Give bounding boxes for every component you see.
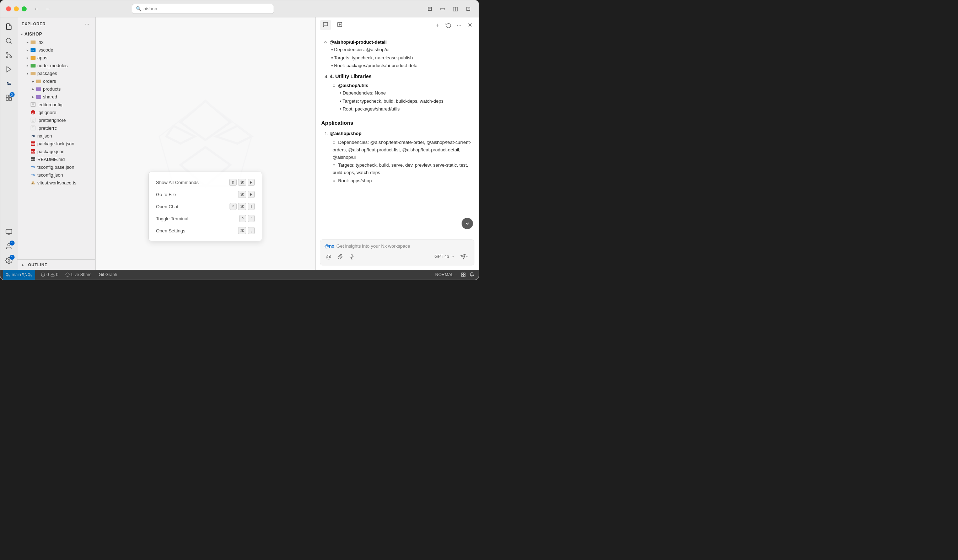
layout-button[interactable]: ⊞ — [425, 4, 435, 14]
activity-item-source-control[interactable] — [3, 49, 15, 62]
status-extensions-icon[interactable] — [460, 272, 467, 277]
status-git-graph[interactable]: Git Graph — [97, 270, 119, 280]
fullscreen-button[interactable]: ⊡ — [463, 4, 473, 14]
shop-targets: Targets: typecheck, build, serve, dev, p… — [333, 162, 468, 175]
status-branch[interactable]: main — [3, 270, 35, 280]
activity-item-account[interactable]: 1 — [3, 240, 15, 253]
chat-close-button[interactable]: ✕ — [465, 21, 474, 30]
chat-tab-chat[interactable] — [320, 20, 331, 30]
search-icon: 🔍 — [136, 6, 141, 11]
sidebar-more-button[interactable]: ··· — [83, 20, 91, 28]
tree-root[interactable]: AISHOP — [17, 30, 95, 38]
command-show-all-label: Show All Commands — [156, 180, 199, 185]
back-button[interactable]: ← — [32, 5, 41, 13]
activity-item-settings[interactable]: 1 — [3, 254, 15, 267]
sidebar-item-vitest[interactable]: V vitest.workspace.ts — [17, 179, 95, 187]
prettierignore-icon — [30, 117, 36, 123]
sidebar-item-package-lock[interactable]: npm package-lock.json — [17, 140, 95, 148]
sidebar-item-package-json[interactable]: npm package.json — [17, 148, 95, 155]
chat-more-button[interactable]: ··· — [455, 21, 464, 30]
command-open-chat[interactable]: Open Chat ^ ⌘ I — [149, 200, 262, 213]
outline-header[interactable]: OUTLINE — [17, 260, 95, 270]
microphone-button[interactable] — [347, 252, 356, 261]
package-lock-icon: npm — [30, 141, 36, 146]
sidebar-item-orders[interactable]: orders — [17, 77, 95, 85]
chat-input-box[interactable]: @nx Get insights into your Nx workspace … — [320, 240, 474, 265]
sidebar-item-packages[interactable]: packages — [17, 69, 95, 77]
nx-label: .nx — [37, 40, 92, 45]
sidebar-item-node-modules[interactable]: node_modules — [17, 62, 95, 69]
attach-button[interactable] — [336, 252, 344, 261]
sidebar-item-vscode[interactable]: VS .vscode — [17, 46, 95, 54]
status-notification[interactable] — [468, 272, 476, 277]
package-lock-label: package-lock.json — [37, 141, 92, 146]
command-open-settings[interactable]: Open Settings ⌘ , — [149, 225, 262, 236]
command-go-to-file[interactable]: Go to File ⌘ P — [149, 188, 262, 200]
command-show-all[interactable]: Show All Commands ⇧ ⌘ P — [149, 176, 262, 188]
minimize-button[interactable] — [14, 6, 19, 11]
status-errors[interactable]: 0 0 — [40, 270, 60, 280]
sidebar-item-tsconfig-base[interactable]: TS tsconfig.base.json — [17, 163, 95, 171]
activity-item-remote[interactable] — [3, 225, 15, 238]
svg-point-3 — [6, 52, 8, 54]
scroll-to-bottom-button[interactable] — [462, 218, 473, 229]
apps-arrow — [24, 55, 30, 60]
vitest-icon: V — [30, 180, 36, 186]
sidebar-item-readme[interactable]: MD README.md — [17, 155, 95, 163]
sidebar-item-nx-json[interactable]: Nx nx.json — [17, 132, 95, 140]
sidebar-item-editorconfig[interactable]: .editorconfig — [17, 101, 95, 108]
live-share-icon — [65, 273, 70, 277]
activity-item-extensions[interactable]: 3 — [3, 91, 15, 104]
sidebar-item-gitignore[interactable]: G .gitignore — [17, 108, 95, 116]
utils-deps: Dependencies: None — [340, 90, 473, 97]
chat-panel: + ··· ✕ ○ @aishop/ui-product-det — [315, 17, 479, 270]
sidebar-item-prettierignore[interactable]: .prettierignore — [17, 116, 95, 124]
sidebar-item-products[interactable]: products — [17, 85, 95, 93]
sidebar-item-tsconfig[interactable]: TS tsconfig.json — [17, 171, 95, 179]
chat-tab-new[interactable] — [334, 20, 346, 30]
sidebar-item-apps[interactable]: apps — [17, 54, 95, 62]
status-live-share[interactable]: Live Share — [64, 270, 93, 280]
activity-item-run[interactable] — [3, 63, 15, 76]
apps-folder-icon — [30, 55, 36, 60]
chat-add-button[interactable]: + — [433, 21, 443, 30]
chat-history-button[interactable] — [444, 21, 453, 30]
panel-button[interactable]: ▭ — [438, 4, 447, 14]
gitignore-icon: G — [30, 109, 36, 115]
tsconfig-label: tsconfig.json — [37, 172, 92, 178]
outline-arrow — [20, 262, 26, 268]
activity-item-explorer[interactable] — [3, 20, 15, 33]
activity-item-search[interactable] — [3, 35, 15, 47]
command-open-settings-shortcut: ⌘ , — [238, 227, 255, 234]
at-button[interactable]: @ — [324, 252, 333, 261]
shared-folder-icon — [36, 94, 41, 100]
chat-input-area: @nx Get insights into your Nx workspace … — [316, 235, 479, 270]
command-toggle-terminal[interactable]: Toggle Terminal ^ ` — [149, 213, 262, 225]
outline-label: OUTLINE — [28, 263, 47, 267]
sidebar-item-shared[interactable]: shared — [17, 93, 95, 101]
close-button[interactable] — [6, 6, 11, 11]
send-button[interactable] — [460, 252, 470, 262]
svg-text:G: G — [32, 111, 34, 114]
readme-icon: MD — [30, 156, 36, 162]
forward-button[interactable]: → — [44, 5, 52, 13]
model-selector[interactable]: GPT 4o — [433, 253, 457, 260]
sidebar-toggle[interactable]: ◫ — [450, 4, 460, 14]
chat-placeholder: Get insights into your Nx workspace — [336, 243, 410, 249]
maximize-button[interactable] — [22, 6, 27, 11]
model-name: GPT 4o — [435, 254, 449, 259]
utils-targets: Targets: typecheck, build, build-deps, w… — [340, 98, 473, 105]
vscode-folder-icon: VS — [30, 47, 36, 52]
packages-folder-icon — [30, 70, 36, 76]
command-open-chat-label: Open Chat — [156, 204, 178, 209]
editor-mode: -- NORMAL -- — [431, 272, 457, 277]
svg-point-66 — [29, 275, 30, 276]
svg-rect-30 — [36, 87, 38, 89]
activity-item-nx[interactable]: Nx — [3, 77, 15, 90]
search-bar[interactable]: 🔍 aishop — [132, 4, 274, 14]
error-count: 0 — [46, 272, 49, 277]
tsconfig-base-icon: TS — [30, 164, 36, 170]
sidebar-item-prettierrc[interactable]: .prettierrc — [17, 124, 95, 132]
sidebar-item-nx[interactable]: .nx — [17, 38, 95, 46]
ui-product-detail-root: Root: packages/products/ui-product-detai… — [331, 62, 473, 70]
